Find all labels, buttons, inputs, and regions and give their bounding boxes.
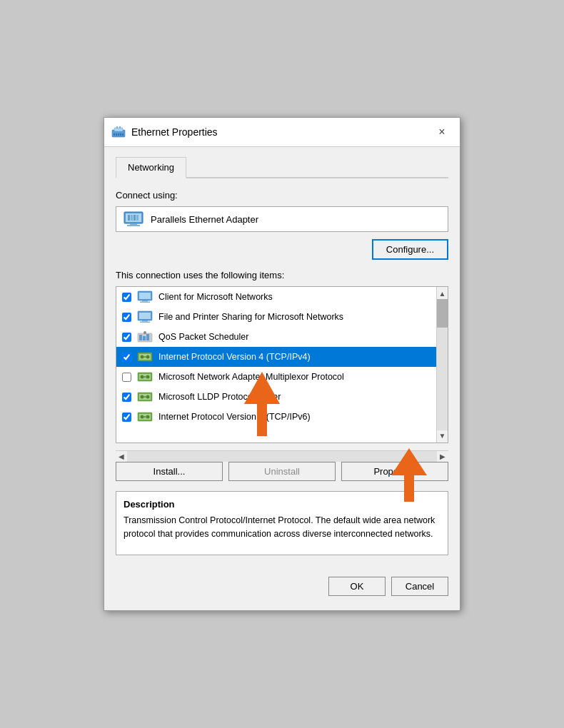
install-button[interactable]: Install... (116, 462, 223, 481)
svg-point-42 (141, 395, 144, 399)
ok-button[interactable]: OK (328, 577, 386, 596)
ethernet-icon (111, 125, 126, 139)
adapter-box: Parallels Ethernet Adapter (116, 206, 448, 232)
svg-point-47 (141, 415, 144, 419)
scroll-down-arrow[interactable]: ▼ (437, 430, 448, 441)
svg-point-29 (143, 331, 146, 334)
cancel-button[interactable]: Cancel (391, 577, 448, 596)
svg-rect-24 (140, 322, 150, 323)
list-item-icon (137, 410, 153, 423)
svg-rect-6 (118, 133, 119, 136)
list-item-checkbox[interactable] (122, 353, 131, 362)
list-item-icon (137, 370, 153, 383)
list-item-checkbox[interactable] (122, 333, 131, 342)
list-item-icon (137, 330, 153, 343)
list-item-checkbox[interactable] (122, 393, 131, 402)
list-item-text: Client for Microsoft Networks (158, 292, 273, 302)
list-item-icon (137, 390, 153, 403)
svg-rect-12 (127, 225, 140, 226)
svg-rect-14 (131, 215, 133, 221)
svg-rect-11 (130, 223, 137, 225)
svg-rect-13 (128, 215, 130, 221)
list-item[interactable]: File and Printer Sharing for Microsoft N… (116, 307, 436, 327)
adapter-name: Parallels Ethernet Adapter (151, 214, 258, 225)
svg-rect-28 (146, 334, 149, 340)
scrollbar[interactable]: ▲ ▼ (436, 287, 448, 443)
list-item-text: QoS Packet Scheduler (158, 332, 248, 342)
scroll-up-arrow[interactable]: ▲ (437, 288, 448, 299)
horiz-track (127, 451, 437, 462)
svg-point-38 (146, 375, 150, 379)
svg-rect-15 (134, 215, 136, 221)
horiz-right-arrow[interactable]: ▶ (437, 451, 448, 462)
close-button[interactable]: × (431, 123, 453, 141)
svg-point-43 (146, 395, 150, 399)
svg-rect-7 (120, 133, 121, 136)
svg-rect-26 (139, 335, 142, 340)
list-item-icon (137, 350, 153, 363)
svg-point-33 (146, 355, 150, 359)
list-item-text: Internet Protocol Version 6 (TCP/IPv6) (158, 412, 311, 422)
items-list-wrapper: Client for Microsoft Networks File and P… (116, 286, 448, 462)
list-item-checkbox[interactable] (122, 373, 131, 382)
list-item[interactable]: Client for Microsoft Networks (116, 287, 436, 307)
list-item[interactable]: Internet Protocol Version 4 (TCP/IPv4) (116, 347, 436, 367)
list-item[interactable]: Microsoft LLDP Protocol Driver (116, 387, 436, 407)
ethernet-properties-dialog: Ethernet Properties × Networking Connect… (104, 117, 460, 611)
properties-button[interactable]: Properties (341, 462, 448, 481)
horiz-scrollbar[interactable]: ◀ ▶ (116, 450, 448, 462)
list-item-icon (137, 290, 153, 303)
svg-rect-27 (143, 336, 146, 340)
svg-rect-3 (119, 126, 121, 128)
tab-bar: Networking (116, 156, 448, 178)
list-item-text: Microsoft LLDP Protocol Driver (158, 392, 281, 402)
svg-rect-1 (114, 128, 123, 131)
list-item-text: File and Printer Sharing for Microsoft N… (158, 312, 343, 322)
adapter-icon (124, 211, 143, 227)
uninstall-button[interactable]: Uninstall (228, 462, 336, 481)
action-buttons-row: Install... Uninstall Properties (116, 462, 448, 481)
svg-rect-2 (116, 126, 118, 128)
svg-rect-18 (139, 293, 151, 299)
scroll-thumb[interactable] (437, 299, 448, 328)
configure-row: Configure... (116, 239, 448, 260)
list-item-icon (137, 310, 153, 323)
svg-rect-16 (136, 215, 139, 221)
svg-rect-20 (140, 302, 150, 303)
list-item-checkbox[interactable] (122, 293, 131, 302)
svg-rect-8 (122, 133, 124, 136)
description-title: Description (124, 499, 440, 510)
dialog-body: Networking Connect using: Parallels Ethe… (104, 147, 460, 610)
svg-rect-5 (116, 133, 117, 136)
list-item-text: Microsoft Network Adapter Multiplexor Pr… (158, 372, 344, 382)
list-item-checkbox[interactable] (122, 313, 131, 322)
list-item-checkbox[interactable] (122, 413, 131, 422)
list-item[interactable]: Internet Protocol Version 6 (TCP/IPv6) (116, 407, 436, 427)
svg-rect-19 (142, 300, 148, 302)
tab-networking[interactable]: Networking (116, 157, 186, 178)
list-item[interactable]: Microsoft Network Adapter Multiplexor Pr… (116, 367, 436, 387)
description-box: Description Transmission Control Protoco… (116, 491, 448, 555)
svg-point-48 (146, 415, 150, 419)
dialog-title: Ethernet Properties (131, 126, 431, 138)
items-list[interactable]: Client for Microsoft Networks File and P… (116, 287, 436, 443)
items-list-container: Client for Microsoft Networks File and P… (116, 286, 448, 443)
list-item[interactable]: QoS Packet Scheduler (116, 327, 436, 347)
bottom-row: OK Cancel (116, 570, 448, 599)
scroll-track (437, 299, 448, 430)
horiz-left-arrow[interactable]: ◀ (116, 451, 127, 462)
connection-items-label: This connection uses the following items… (116, 270, 448, 280)
svg-point-37 (141, 375, 144, 379)
description-wrapper: Description Transmission Control Protoco… (116, 491, 448, 555)
svg-rect-23 (142, 320, 148, 322)
connect-using-label: Connect using: (116, 190, 448, 201)
svg-point-32 (141, 355, 144, 359)
description-text: Transmission Control Protocol/Internet P… (124, 514, 440, 541)
svg-rect-22 (139, 313, 151, 319)
svg-rect-4 (114, 133, 115, 136)
configure-button[interactable]: Configure... (372, 239, 448, 260)
title-bar: Ethernet Properties × (104, 118, 460, 147)
list-item-text: Internet Protocol Version 4 (TCP/IPv4) (158, 352, 311, 362)
